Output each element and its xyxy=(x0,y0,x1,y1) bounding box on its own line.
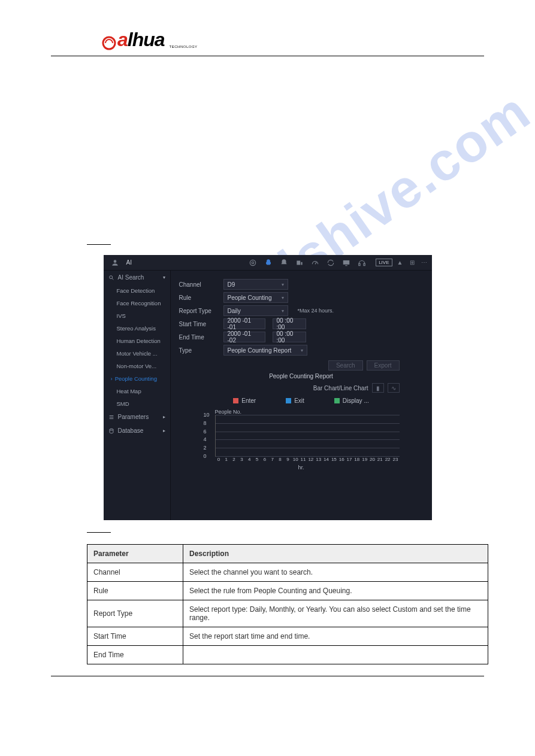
legend-exit[interactable]: Exit xyxy=(286,397,304,404)
x-tick: 17 xyxy=(346,457,353,462)
chevron-down-icon: ▾ xyxy=(163,275,165,280)
svg-line-6 xyxy=(315,262,316,264)
select-rule[interactable]: People Counting▾ xyxy=(223,292,288,303)
sidebar-section-ai-search[interactable]: AI Search ▾ xyxy=(104,271,170,284)
sidebar-item[interactable]: IVS xyxy=(104,309,170,322)
label-start-time: Start Time xyxy=(179,321,219,327)
select-channel[interactable]: D9▾ xyxy=(223,279,288,290)
grid-icon[interactable]: ⊞ xyxy=(408,259,416,267)
app-titlebar: AI LIVE ▲ ⊞ ⋯ xyxy=(104,255,432,271)
search-section-icon xyxy=(108,275,114,281)
target-icon[interactable] xyxy=(247,257,259,269)
time-value: 00 :00 :00 xyxy=(277,330,302,344)
ai-face-icon xyxy=(109,257,121,269)
x-tick: 3 xyxy=(238,457,246,462)
input-start-time[interactable]: 00 :00 :00 xyxy=(273,318,306,329)
x-tick: 11 xyxy=(300,457,307,462)
legend-display[interactable]: Display ... xyxy=(334,397,369,404)
svg-line-12 xyxy=(112,278,113,280)
chevron-right-icon: ▸ xyxy=(163,414,165,420)
more-icon[interactable]: ⋯ xyxy=(420,259,428,267)
y-tick: 10 xyxy=(204,412,210,418)
input-start-date[interactable]: 2000 -01 -01 xyxy=(223,318,265,329)
x-tick: 8 xyxy=(276,457,284,462)
x-tick: 19 xyxy=(361,457,368,462)
sidebar-section-database[interactable]: Database ▸ xyxy=(104,424,170,438)
sidebar-item[interactable]: Non-motor Ve... xyxy=(104,360,170,372)
chart-ylabel: People No. xyxy=(215,409,406,415)
dropdown-icon: ▾ xyxy=(282,282,284,287)
grid-line xyxy=(216,432,400,432)
x-tick: 4 xyxy=(246,457,253,462)
y-tick: 2 xyxy=(204,445,207,451)
database-icon xyxy=(108,428,114,434)
export-button[interactable]: Export xyxy=(367,360,400,371)
row-rule: Rule People Counting▾ xyxy=(179,292,424,303)
table-row: RuleSelect the rule from People Counting… xyxy=(87,582,488,600)
svg-point-3 xyxy=(252,262,254,264)
sidebar-section-label: Database xyxy=(118,427,144,434)
svg-rect-4 xyxy=(297,260,300,265)
search-button[interactable]: Search xyxy=(328,360,363,371)
sidebar-item[interactable]: Motor Vehicle ... xyxy=(104,347,170,360)
bar-chart-icon[interactable]: ▮ xyxy=(372,383,384,393)
gauge-icon[interactable] xyxy=(309,257,321,269)
sidebar-item[interactable]: Human Detection xyxy=(104,335,170,347)
monitor-icon[interactable] xyxy=(340,257,352,269)
document-header: alhua TECHNOLOGY xyxy=(51,0,484,56)
row-start-time: Start Time 2000 -01 -01 00 :00 :00 xyxy=(179,318,424,329)
brand-logo: alhua TECHNOLOGY xyxy=(102,29,198,51)
grid-line xyxy=(216,456,400,457)
swatch-enter xyxy=(233,398,238,403)
user-icon[interactable]: ▲ xyxy=(396,259,404,267)
input-end-time[interactable]: 00 :00 :00 xyxy=(273,332,306,342)
y-tick: 0 xyxy=(204,453,207,459)
sliders-icon xyxy=(108,414,114,420)
live-badge[interactable]: LIVE xyxy=(376,259,392,266)
legend-label: Exit xyxy=(294,397,304,404)
row-end-time: End Time 2000 -01 -02 00 :00 :00 xyxy=(179,332,424,342)
x-tick: 6 xyxy=(261,457,268,462)
svg-rect-7 xyxy=(343,260,350,264)
sidebar-item[interactable]: Stereo Analysis xyxy=(104,322,170,335)
x-tick: 0 xyxy=(215,457,223,462)
table-row: ChannelSelect the channel you want to se… xyxy=(87,563,488,582)
label-report-type: Report Type xyxy=(179,308,219,314)
sidebar-item[interactable]: Face Detection xyxy=(104,284,170,297)
label-end-time: End Time xyxy=(179,334,219,341)
x-tick: 23 xyxy=(392,457,400,462)
headset-icon[interactable] xyxy=(356,257,368,269)
sidebar-item[interactable]: SMD xyxy=(104,397,170,410)
select-value: People Counting xyxy=(228,294,272,301)
sidebar-item[interactable]: Face Recognition xyxy=(104,297,170,309)
refresh-icon[interactable] xyxy=(325,257,337,269)
bell-icon[interactable] xyxy=(278,257,290,269)
select-type[interactable]: People Counting Report▾ xyxy=(223,345,307,356)
cell-parameter: End Time xyxy=(87,646,183,664)
line-chart-icon[interactable]: ∿ xyxy=(388,383,400,393)
sidebar-section-parameters[interactable]: Parameters ▸ xyxy=(104,410,170,424)
x-tick: 5 xyxy=(253,457,261,462)
cell-description: Select the rule from People Counting and… xyxy=(183,582,488,600)
row-type: Type People Counting Report▾ xyxy=(179,345,424,356)
sidebar-item[interactable]: Heat Map xyxy=(104,385,170,397)
chart-xaxis: 01234567891011121314151617181920212223 xyxy=(215,457,400,462)
legend-enter[interactable]: Enter xyxy=(233,397,256,404)
cell-description: Select report type: Daily, Monthly, or Y… xyxy=(183,600,488,627)
select-report-type[interactable]: Daily▾ xyxy=(223,305,288,316)
dropdown-icon: ▾ xyxy=(301,348,303,353)
input-end-date[interactable]: 2000 -01 -02 xyxy=(223,332,265,342)
chart-xlabel: hr. xyxy=(197,464,406,470)
svg-rect-10 xyxy=(364,263,365,266)
chart-grid: 0246810 xyxy=(215,415,400,457)
app-screenshot: AI LIVE ▲ ⊞ ⋯ AI Search ▾ Face xyxy=(104,255,432,520)
label-channel: Channel xyxy=(179,281,219,288)
cell-description xyxy=(183,646,488,664)
select-value: D9 xyxy=(228,281,235,288)
device-icon[interactable] xyxy=(294,257,306,269)
y-tick: 6 xyxy=(204,429,207,435)
step-rule xyxy=(87,244,111,245)
brain-icon[interactable] xyxy=(262,257,274,269)
swatch-display xyxy=(334,398,340,403)
sidebar-item[interactable]: People Counting xyxy=(104,372,170,385)
